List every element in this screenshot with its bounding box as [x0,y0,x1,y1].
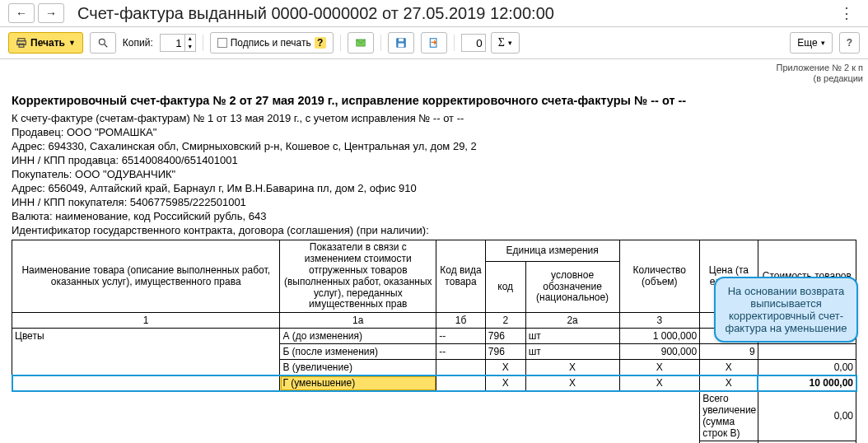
row-g-unit: X [525,375,619,391]
nav-back-button[interactable]: ← [8,3,35,23]
contract-id: Идентификатор государственного контракта… [12,224,856,236]
appendix-note: Приложение № 2 к п (в редакции [0,59,868,84]
row-g-cost: 10 000,00 [758,375,856,391]
row-v-unit: X [525,360,619,375]
row-b-unit: шт [525,344,619,360]
buyer: Покупатель: ООО "ОДУВАНЧИК" [12,168,856,180]
send-email-button[interactable] [348,32,374,54]
print-button[interactable]: Печать ▼ [8,32,83,54]
more-button[interactable]: Еще ▾ [790,32,832,54]
copies-stepper[interactable]: ▲ ▼ [160,34,196,52]
seller-address: Адрес: 694330, Сахалинская обл, Смирныхо… [12,140,856,152]
row-b-kind: -- [436,344,486,360]
save-button[interactable] [388,32,414,54]
row-b-qty: 900,000 [619,344,700,360]
row-a-code: 796 [485,329,525,344]
total-inc-label: Всего увеличение (сумма строк В) [700,391,758,441]
row-b-label: Б (после изменения) [280,344,436,360]
item-name: Цветы [12,329,280,391]
window-title: Счет-фактура выданный 0000-0000002 от 27… [77,4,554,23]
export-button[interactable] [421,32,447,54]
row-a-unit: шт [525,329,619,344]
buyer-address: Адрес: 656049, Алтайский край, Барнаул г… [12,182,856,194]
hdr-qty: Количество (объем) [619,240,700,313]
printer-icon [16,37,27,49]
buyer-inn: ИНН / КПП покупателя: 5406775985/2225010… [12,196,856,208]
nav-forward-button[interactable]: → [38,3,64,23]
help-button[interactable]: ? [839,32,860,54]
row-v-qty: X [619,360,700,375]
title-bar: ← → Счет-фактура выданный 0000-0000002 о… [0,0,868,27]
hdr-indicators: Показатели в связи с изменением стоимост… [280,240,436,313]
dropdown-caret-icon: ▾ [508,39,512,47]
colnum-2: 2 [485,313,525,329]
toolbar: Печать ▼ Копий: ▲ ▼ Подпись и печать ? Σ… [0,27,868,59]
sigma-group: Σ ▾ [461,32,520,54]
stepper-down-icon[interactable]: ▼ [185,43,195,51]
row-b-price: 9 [700,344,758,360]
preview-button[interactable] [90,32,116,54]
svg-rect-8 [398,44,404,48]
colnum-3: 3 [619,313,700,329]
row-v-code: X [485,360,525,375]
svg-rect-7 [399,39,404,42]
colnum-1a: 1а [280,313,436,329]
total-row-inc: Всего увеличение (сумма строк В) 0,00 [12,391,856,441]
row-a-qty: 1 000,000 [619,329,700,344]
magnifier-icon [97,37,109,49]
dropdown-caret-icon: ▾ [821,39,825,47]
dropdown-caret-icon: ▼ [68,39,76,47]
floppy-icon [395,37,407,49]
envelope-icon [355,37,366,49]
row-v-price: X [700,360,758,375]
print-label: Печать [30,37,65,49]
colnum-2a: 2а [525,313,619,329]
row-g-price: X [700,375,758,391]
colnum-1: 1 [12,313,280,329]
copies-label: Копий: [123,37,153,49]
help-icon[interactable]: ? [315,37,326,49]
doc-heading: Корректировочный счет-фактура № 2 от 27 … [12,94,856,107]
row-g-kind [436,375,486,391]
sigma-button[interactable]: Σ ▾ [491,32,520,54]
row-v-cost: 0,00 [758,360,856,375]
hdr-kindcode: Код вида товара [436,240,486,313]
seller: Продавец: ООО "РОМАШКА" [12,126,856,138]
row-v-label: В (увеличение) [280,360,436,375]
doc-base: К счету-фактуре (счетам-фактурам) № 1 от… [12,112,856,124]
document-body: Корректировочный счет-фактура № 2 от 27 … [0,84,868,443]
currency: Валюта: наименование, код Российский руб… [12,210,856,222]
row-a-label: А (до изменения) [280,329,436,344]
row-g-code: X [485,375,525,391]
row-g-qty: X [619,375,700,391]
svg-point-3 [99,39,105,44]
row-b-code: 796 [485,344,525,360]
export-icon [428,37,440,49]
svg-line-4 [105,44,108,48]
row-g-label: Г (уменьшение) [280,375,436,391]
colnum-1b: 1б [436,313,486,329]
hdr-unit-name: условное обозначение (национальное) [525,261,619,312]
total-inc-value: 0,00 [758,391,856,441]
stepper-up-icon[interactable]: ▲ [185,35,195,43]
sign-print-label: Подпись и печать [231,37,311,49]
hdr-unit-group: Единица измерения [485,240,619,261]
copies-input[interactable] [160,34,184,52]
row-b-cost [758,344,856,360]
kebab-menu-button[interactable]: ⋮ [833,4,860,22]
sigma-input[interactable] [461,34,486,52]
more-label: Еще [797,37,817,49]
row-a-kind: -- [436,329,486,344]
row-v-kind [436,360,486,375]
hdr-name: Наименование товара (описание выполненны… [12,240,280,313]
sign-print-toggle[interactable]: Подпись и печать ? [210,32,334,54]
sigma-icon: Σ [498,36,505,49]
hdr-unit-code: код [485,261,525,312]
annotation-callout: На основании возврата выписывается корре… [714,277,858,343]
seller-inn: ИНН / КПП продавца: 6514008400/651401001 [12,154,856,166]
